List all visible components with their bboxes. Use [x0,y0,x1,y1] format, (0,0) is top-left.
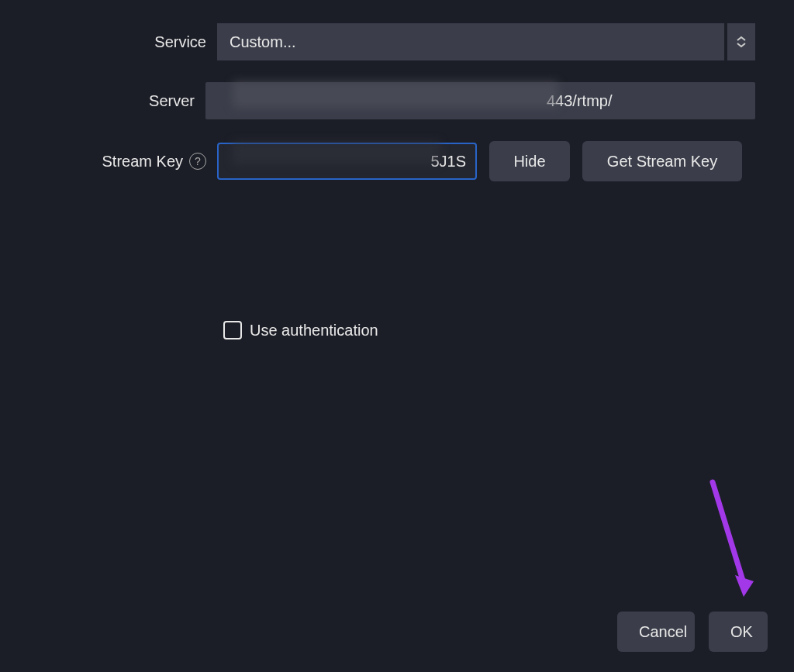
use-auth-checkbox[interactable] [223,321,242,339]
stream-key-label: Stream Key [102,153,183,171]
hide-button[interactable]: Hide [489,141,570,181]
redacted-server-text [233,81,558,108]
svg-line-1 [713,482,744,583]
get-stream-key-button[interactable]: Get Stream Key [582,141,742,181]
svg-marker-2 [735,575,754,597]
ok-button[interactable]: OK [709,612,768,652]
annotation-arrow-icon [670,474,763,610]
server-label: Server [149,92,195,110]
cancel-button[interactable]: Cancel [617,612,695,652]
service-dropdown-value: Custom... [217,23,724,60]
service-dropdown[interactable]: Custom... [217,23,755,60]
dropdown-stepper-icon[interactable] [727,23,755,60]
help-icon[interactable]: ? [189,153,206,170]
redacted-key-text [233,141,440,164]
service-label: Service [154,33,206,51]
use-auth-label: Use authentication [250,322,378,339]
